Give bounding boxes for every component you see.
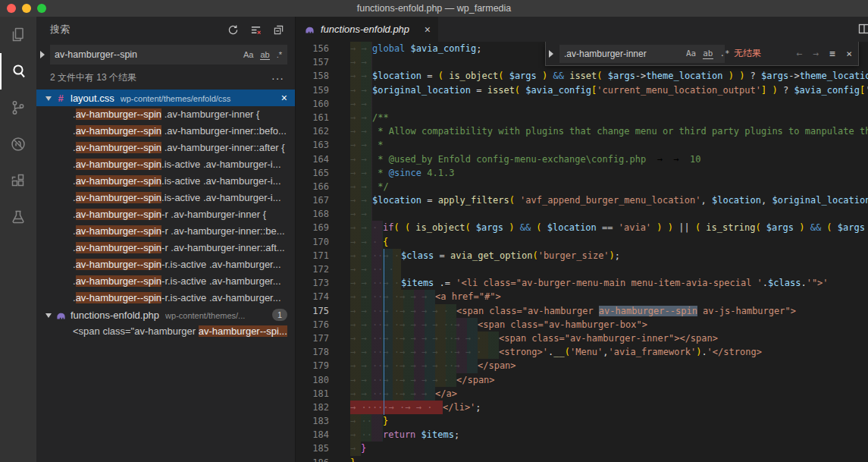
explorer-icon[interactable] <box>0 17 36 53</box>
split-editor-icon[interactable] <box>858 23 868 35</box>
css-file-icon: # <box>55 93 67 104</box>
code-line-183[interactable]: 183→ ··} <box>296 414 868 428</box>
tab-close-icon[interactable]: × <box>425 24 431 36</box>
code-line-170[interactable]: 170→ → ·{ <box>296 235 868 249</box>
line-number: 185 <box>296 442 329 455</box>
beaker-icon[interactable] <box>0 199 36 235</box>
line-number: 162 <box>296 124 329 138</box>
code-line-174[interactable]: 174→ → ··→ ·→ → →<a href="#"> <box>296 290 868 303</box>
activity-bar <box>0 17 36 462</box>
code-line-167[interactable]: 167→ →$location = apply_filters( 'avf_ap… <box>296 193 868 207</box>
code-line-176[interactable]: 176→ → ··→ ·→ → → → ··→<span class="av-h… <box>296 318 868 332</box>
file-path: wp-content/themes/enfold/css <box>121 93 277 103</box>
search-result-row[interactable]: <span class="av-hamburger av-hamburger--… <box>36 323 295 340</box>
search-result-row[interactable]: .av-hamburger--spin .av-hamburger-inner:… <box>36 123 295 140</box>
code-line-177[interactable]: 177→ → ··→ ·→ → → → ··→ → ·<span class="… <box>296 332 868 345</box>
whitespace-error-highlight: → ·····→ ·→ → · <box>350 401 443 414</box>
code-line-173[interactable]: 173→ → ··→ ·$items .= '<li class="av-bur… <box>296 276 868 290</box>
next-match-icon[interactable]: → <box>813 48 819 59</box>
line-number: 181 <box>296 387 329 401</box>
code-editor[interactable]: 156→ →global $avia_config;157→ →158→ →$l… <box>296 42 868 462</box>
search-result-row[interactable]: .av-hamburger--spin.is-active .av-hambur… <box>36 156 295 173</box>
search-result-row[interactable]: .av-hamburger--spin.is-active .av-hambur… <box>36 190 295 206</box>
line-number: 171 <box>296 249 329 262</box>
toggle-replace-icon[interactable] <box>549 50 553 58</box>
dismiss-icon[interactable]: × <box>281 92 287 104</box>
code-line-186[interactable]: 186} <box>296 456 868 462</box>
whole-word-icon[interactable]: ab <box>260 50 269 60</box>
source-control-icon[interactable] <box>0 90 36 126</box>
regex-icon[interactable]: .* <box>720 49 730 58</box>
match-case-icon[interactable]: Aa <box>243 50 253 59</box>
search-result-row[interactable]: .av-hamburger--spin-r.is-active .av-hamb… <box>36 290 295 306</box>
code-line-179[interactable]: 179→ → ··→ ·→ → → → ··→</span> <box>296 359 868 372</box>
search-panel: 搜索 Aa <box>36 17 295 462</box>
code-line-171[interactable]: 171→ → ··→ ·$class = avia_get_option('bu… <box>296 249 868 262</box>
search-result-row[interactable]: .av-hamburger--spin-r .av-hamburger-inne… <box>36 240 295 256</box>
indent-whitespace: → → <box>350 111 372 124</box>
code-line-180[interactable]: 180→ → ··→ ·→ → → → ·</span> <box>296 373 868 387</box>
code-line-181[interactable]: 181→ → ··→ ·→ → →</a> <box>296 387 868 401</box>
match-case-icon[interactable]: Aa <box>686 49 696 58</box>
line-number: 163 <box>296 138 329 152</box>
twisty-expanded-icon[interactable] <box>45 96 52 104</box>
search-result-row[interactable]: .av-hamburger--spin-r .av-hamburger-inne… <box>36 206 295 223</box>
code-line-161[interactable]: 161→ →/** <box>296 111 868 124</box>
regex-icon[interactable]: .* <box>277 50 282 59</box>
line-number: 169 <box>296 221 329 234</box>
code-line-175[interactable]: 175→ → ··→ ·→ → → → ·<span class="av-ham… <box>296 304 868 318</box>
zoom-button[interactable] <box>37 4 46 13</box>
code-line-168[interactable]: 168→ → <box>296 207 868 221</box>
collapse-all-icon[interactable] <box>273 24 284 36</box>
line-number: 164 <box>296 152 329 166</box>
code-line-165[interactable]: 165→ → * @since 4.1.3 <box>296 166 868 180</box>
file-row-functions-enfold.php[interactable]: functions-enfold.phpwp-content/themes/..… <box>36 306 295 323</box>
close-find-icon[interactable]: × <box>846 48 852 59</box>
code-line-164[interactable]: 164→ → * @used_by Enfold config-menu-exc… <box>296 152 868 166</box>
find-input[interactable] <box>559 49 686 59</box>
tab-functions-enfold[interactable]: functions-enfold.php × <box>296 17 438 42</box>
code-line-169[interactable]: 169→ → ·if( ( is_object( $args ) && ( $l… <box>296 221 868 234</box>
code-line-163[interactable]: 163→ → * <box>296 138 868 152</box>
code-line-159[interactable]: 159→ →$original_location = isset( $avia_… <box>296 83 868 97</box>
line-number: 167 <box>296 193 329 207</box>
clear-search-results-icon[interactable] <box>250 24 262 36</box>
search-result-row[interactable]: .av-hamburger--spin .av-hamburger-inner … <box>36 106 295 123</box>
extensions-icon[interactable] <box>0 162 36 199</box>
search-result-row[interactable]: .av-hamburger--spin-r.is-active .av-hamb… <box>36 256 295 273</box>
search-result-row[interactable]: .av-hamburger--spin-r .av-hamburger-inne… <box>36 223 295 240</box>
code-line-160[interactable]: 160→ → <box>296 97 868 111</box>
code-line-162[interactable]: 162→ → * Allow compatibility with plugin… <box>296 124 868 138</box>
indent-whitespace: → → ··→ ·→ → → → · <box>350 373 456 387</box>
code-line-158[interactable]: 158→ →$location = ( is_object( $args ) &… <box>296 69 868 83</box>
previous-match-icon[interactable]: ← <box>797 48 803 59</box>
debug-icon[interactable] <box>0 126 36 162</box>
find-in-selection-icon[interactable]: ≡ <box>829 48 835 59</box>
file-row-layout.css[interactable]: #layout.csswp-content/themes/enfold/css× <box>36 90 295 106</box>
toggle-replace-icon[interactable] <box>40 51 45 58</box>
search-result-row[interactable]: .av-hamburger--spin.is-active .av-hambur… <box>36 173 295 190</box>
line-number: 157 <box>296 55 329 69</box>
line-number: 174 <box>296 290 329 303</box>
twisty-expanded-icon[interactable] <box>45 313 52 321</box>
close-button[interactable] <box>7 4 16 13</box>
line-number: 172 <box>296 262 329 276</box>
indent-whitespace: → → ··→ ·→ → → <box>350 387 435 401</box>
minimize-button[interactable] <box>22 4 31 13</box>
line-number: 159 <box>296 83 329 97</box>
search-input[interactable] <box>50 49 243 60</box>
refresh-icon[interactable] <box>227 24 239 36</box>
search-result-row[interactable]: .av-hamburger--spin-r.is-active .av-hamb… <box>36 273 295 290</box>
indent-whitespace: → → <box>350 138 372 152</box>
search-icon[interactable] <box>0 53 36 90</box>
search-result-row[interactable]: .av-hamburger--spin .av-hamburger-inner:… <box>36 140 295 156</box>
code-line-184[interactable]: 184→ ··return $items; <box>296 428 868 442</box>
code-line-182[interactable]: 182→ ·····→ ·→ → ·</li>'; <box>296 401 868 414</box>
line-number: 177 <box>296 332 329 345</box>
more-actions-icon[interactable]: ··· <box>271 75 284 81</box>
code-line-172[interactable]: 172→ → ·· · · <box>296 262 868 276</box>
code-line-178[interactable]: 178→ → ··→ ·→ → → → ··→ → ·<strong>'.__(… <box>296 345 868 359</box>
code-line-185[interactable]: 185→} <box>296 442 868 455</box>
whole-word-icon[interactable]: ab <box>703 49 713 59</box>
code-line-166[interactable]: 166→ → */ <box>296 180 868 193</box>
